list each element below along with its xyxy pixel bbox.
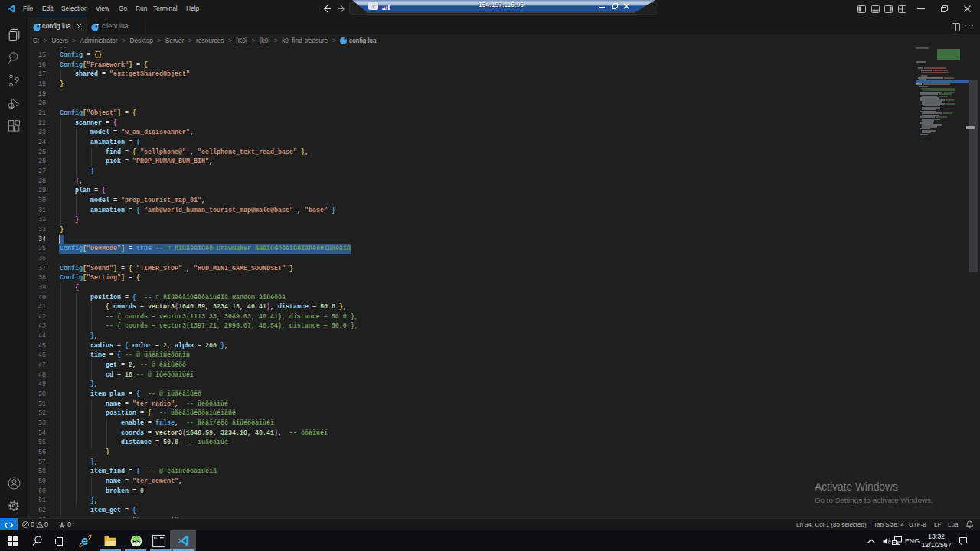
svg-text:EX-: EX- (154, 536, 158, 540)
svg-text:HS: HS (132, 539, 140, 544)
